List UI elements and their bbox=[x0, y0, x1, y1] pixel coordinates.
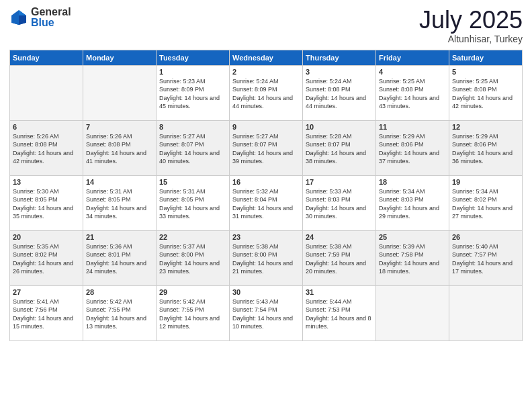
calendar-week-row: 20Sunrise: 5:35 AMSunset: 8:02 PMDayligh… bbox=[10, 230, 523, 285]
calendar-cell: 19Sunrise: 5:34 AMSunset: 8:02 PMDayligh… bbox=[449, 175, 523, 230]
weekday-header: Thursday bbox=[303, 50, 376, 65]
calendar-week-row: 6Sunrise: 5:26 AMSunset: 8:08 PMDaylight… bbox=[10, 120, 523, 175]
day-number: 3 bbox=[306, 68, 373, 76]
day-number: 17 bbox=[306, 178, 373, 186]
day-number: 1 bbox=[159, 68, 226, 76]
calendar-cell: 2Sunrise: 5:24 AMSunset: 8:09 PMDaylight… bbox=[230, 65, 303, 120]
day-number: 25 bbox=[379, 233, 446, 241]
calendar-cell: 4Sunrise: 5:25 AMSunset: 8:08 PMDaylight… bbox=[376, 65, 449, 120]
calendar-cell: 12Sunrise: 5:29 AMSunset: 8:06 PMDayligh… bbox=[449, 120, 523, 175]
svg-marker-1 bbox=[19, 10, 26, 15]
cell-details: Sunrise: 5:30 AMSunset: 8:05 PMDaylight:… bbox=[13, 187, 80, 221]
cell-details: Sunrise: 5:27 AMSunset: 8:07 PMDaylight:… bbox=[232, 132, 300, 166]
calendar-week-row: 27Sunrise: 5:41 AMSunset: 7:56 PMDayligh… bbox=[10, 285, 523, 340]
day-number: 30 bbox=[232, 288, 300, 296]
cell-details: Sunrise: 5:31 AMSunset: 8:05 PMDaylight:… bbox=[86, 187, 153, 221]
calendar-cell: 7Sunrise: 5:26 AMSunset: 8:08 PMDaylight… bbox=[83, 120, 157, 175]
calendar-cell: 28Sunrise: 5:42 AMSunset: 7:55 PMDayligh… bbox=[83, 285, 157, 340]
calendar-cell: 13Sunrise: 5:30 AMSunset: 8:05 PMDayligh… bbox=[10, 175, 83, 230]
day-number: 5 bbox=[452, 68, 519, 76]
calendar-cell: 16Sunrise: 5:32 AMSunset: 8:04 PMDayligh… bbox=[230, 175, 303, 230]
day-number: 12 bbox=[452, 123, 519, 131]
calendar-cell: 14Sunrise: 5:31 AMSunset: 8:05 PMDayligh… bbox=[83, 175, 157, 230]
day-number: 23 bbox=[232, 233, 300, 241]
cell-details: Sunrise: 5:25 AMSunset: 8:08 PMDaylight:… bbox=[452, 77, 519, 111]
cell-details: Sunrise: 5:26 AMSunset: 8:08 PMDaylight:… bbox=[86, 132, 153, 166]
weekday-header: Sunday bbox=[10, 50, 83, 65]
cell-details: Sunrise: 5:28 AMSunset: 8:07 PMDaylight:… bbox=[306, 132, 373, 166]
calendar-cell bbox=[376, 285, 449, 340]
cell-details: Sunrise: 5:34 AMSunset: 8:02 PMDaylight:… bbox=[452, 187, 519, 221]
logo-blue: Blue bbox=[31, 17, 71, 28]
cell-details: Sunrise: 5:25 AMSunset: 8:08 PMDaylight:… bbox=[379, 77, 446, 111]
weekday-header: Monday bbox=[83, 50, 157, 65]
day-number: 27 bbox=[13, 288, 80, 296]
calendar-cell: 25Sunrise: 5:39 AMSunset: 7:58 PMDayligh… bbox=[376, 230, 449, 285]
calendar-cell bbox=[449, 285, 523, 340]
calendar-cell: 31Sunrise: 5:44 AMSunset: 7:53 PMDayligh… bbox=[303, 285, 376, 340]
cell-details: Sunrise: 5:32 AMSunset: 8:04 PMDaylight:… bbox=[232, 187, 300, 221]
day-number: 6 bbox=[13, 123, 80, 131]
day-number: 18 bbox=[379, 178, 446, 186]
day-number: 26 bbox=[452, 233, 519, 241]
day-number: 29 bbox=[159, 288, 226, 296]
calendar-week-row: 1Sunrise: 5:23 AMSunset: 8:09 PMDaylight… bbox=[10, 65, 523, 120]
svg-marker-2 bbox=[19, 15, 26, 25]
logo-icon bbox=[9, 8, 28, 27]
day-number: 24 bbox=[306, 233, 373, 241]
calendar-week-row: 13Sunrise: 5:30 AMSunset: 8:05 PMDayligh… bbox=[10, 175, 523, 230]
calendar-cell: 29Sunrise: 5:42 AMSunset: 7:55 PMDayligh… bbox=[157, 285, 230, 340]
calendar-cell: 22Sunrise: 5:37 AMSunset: 8:00 PMDayligh… bbox=[157, 230, 230, 285]
day-number: 28 bbox=[86, 288, 153, 296]
cell-details: Sunrise: 5:44 AMSunset: 7:53 PMDaylight:… bbox=[306, 298, 373, 331]
calendar-cell: 20Sunrise: 5:35 AMSunset: 8:02 PMDayligh… bbox=[10, 230, 83, 285]
cell-details: Sunrise: 5:24 AMSunset: 8:08 PMDaylight:… bbox=[306, 77, 373, 111]
calendar-cell: 1Sunrise: 5:23 AMSunset: 8:09 PMDaylight… bbox=[157, 65, 230, 120]
header: General Blue July 2025 Altunhisar, Turke… bbox=[9, 7, 523, 44]
weekday-header-row: SundayMondayTuesdayWednesdayThursdayFrid… bbox=[10, 50, 523, 65]
day-number: 21 bbox=[86, 233, 153, 241]
cell-details: Sunrise: 5:42 AMSunset: 7:55 PMDaylight:… bbox=[159, 298, 226, 331]
cell-details: Sunrise: 5:38 AMSunset: 8:00 PMDaylight:… bbox=[232, 242, 300, 276]
calendar-cell: 10Sunrise: 5:28 AMSunset: 8:07 PMDayligh… bbox=[303, 120, 376, 175]
calendar-cell: 26Sunrise: 5:40 AMSunset: 7:57 PMDayligh… bbox=[449, 230, 523, 285]
logo: General Blue bbox=[9, 7, 71, 28]
title-block: July 2025 Altunhisar, Turkey bbox=[419, 7, 523, 44]
day-number: 13 bbox=[13, 178, 80, 186]
calendar-cell: 9Sunrise: 5:27 AMSunset: 8:07 PMDaylight… bbox=[230, 120, 303, 175]
day-number: 10 bbox=[306, 123, 373, 131]
logo-text: General Blue bbox=[31, 7, 71, 28]
cell-details: Sunrise: 5:36 AMSunset: 8:01 PMDaylight:… bbox=[86, 242, 153, 276]
day-number: 8 bbox=[159, 123, 226, 131]
calendar-cell: 17Sunrise: 5:33 AMSunset: 8:03 PMDayligh… bbox=[303, 175, 376, 230]
day-number: 9 bbox=[232, 123, 300, 131]
cell-details: Sunrise: 5:29 AMSunset: 8:06 PMDaylight:… bbox=[452, 132, 519, 166]
weekday-header: Wednesday bbox=[230, 50, 303, 65]
calendar-cell: 8Sunrise: 5:27 AMSunset: 8:07 PMDaylight… bbox=[157, 120, 230, 175]
cell-details: Sunrise: 5:40 AMSunset: 7:57 PMDaylight:… bbox=[452, 242, 519, 276]
calendar-cell: 3Sunrise: 5:24 AMSunset: 8:08 PMDaylight… bbox=[303, 65, 376, 120]
cell-details: Sunrise: 5:24 AMSunset: 8:09 PMDaylight:… bbox=[232, 77, 300, 111]
calendar-cell: 27Sunrise: 5:41 AMSunset: 7:56 PMDayligh… bbox=[10, 285, 83, 340]
calendar-cell: 5Sunrise: 5:25 AMSunset: 8:08 PMDaylight… bbox=[449, 65, 523, 120]
page: General Blue July 2025 Altunhisar, Turke… bbox=[0, 0, 532, 411]
calendar-cell: 15Sunrise: 5:31 AMSunset: 8:05 PMDayligh… bbox=[157, 175, 230, 230]
calendar-cell: 24Sunrise: 5:38 AMSunset: 7:59 PMDayligh… bbox=[303, 230, 376, 285]
cell-details: Sunrise: 5:41 AMSunset: 7:56 PMDaylight:… bbox=[13, 298, 80, 331]
calendar-cell bbox=[83, 65, 157, 120]
cell-details: Sunrise: 5:29 AMSunset: 8:06 PMDaylight:… bbox=[379, 132, 446, 166]
calendar-cell: 11Sunrise: 5:29 AMSunset: 8:06 PMDayligh… bbox=[376, 120, 449, 175]
calendar-cell: 21Sunrise: 5:36 AMSunset: 8:01 PMDayligh… bbox=[83, 230, 157, 285]
day-number: 14 bbox=[86, 178, 153, 186]
cell-details: Sunrise: 5:34 AMSunset: 8:03 PMDaylight:… bbox=[379, 187, 446, 221]
day-number: 15 bbox=[159, 178, 226, 186]
calendar-cell bbox=[10, 65, 83, 120]
cell-details: Sunrise: 5:37 AMSunset: 8:00 PMDaylight:… bbox=[159, 242, 226, 276]
weekday-header: Friday bbox=[376, 50, 449, 65]
day-number: 16 bbox=[232, 178, 300, 186]
day-number: 20 bbox=[13, 233, 80, 241]
cell-details: Sunrise: 5:26 AMSunset: 8:08 PMDaylight:… bbox=[13, 132, 80, 166]
weekday-header: Saturday bbox=[449, 50, 523, 65]
weekday-header: Tuesday bbox=[157, 50, 230, 65]
cell-details: Sunrise: 5:35 AMSunset: 8:02 PMDaylight:… bbox=[13, 242, 80, 276]
